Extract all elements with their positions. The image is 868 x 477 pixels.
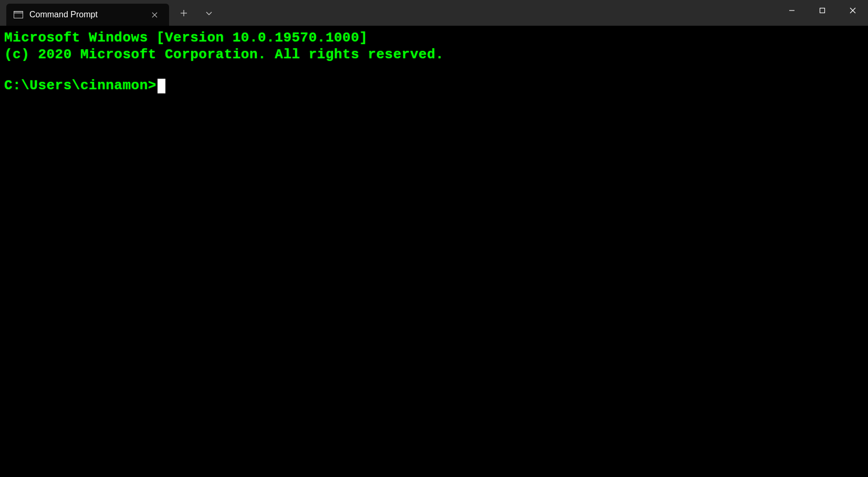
plus-icon: [180, 9, 187, 17]
chevron-down-icon: [205, 9, 213, 17]
terminal-icon: [14, 11, 23, 18]
terminal-line: (c) 2020 Microsoft Corporation. All righ…: [4, 47, 864, 63]
terminal-prompt-line: C:\Users\cinnamon>: [4, 78, 864, 94]
titlebar: Command Prompt: [0, 0, 868, 26]
tab-close-button[interactable]: [147, 7, 162, 22]
minimize-icon: [789, 7, 795, 14]
tab-dropdown-button[interactable]: [197, 0, 221, 26]
titlebar-actions: [169, 0, 221, 26]
new-tab-button[interactable]: [172, 0, 195, 26]
svg-rect-5: [820, 8, 825, 13]
tab-title: Command Prompt: [29, 10, 141, 19]
close-icon: [152, 12, 158, 18]
titlebar-drag-region[interactable]: [221, 0, 777, 26]
cursor-icon: [158, 79, 165, 93]
terminal-prompt: C:\Users\cinnamon>: [4, 78, 156, 94]
close-icon: [850, 7, 856, 14]
close-window-button[interactable]: [838, 0, 868, 21]
maximize-button[interactable]: [807, 0, 838, 21]
terminal-line: Microsoft Windows [Version 10.0.19570.10…: [4, 30, 864, 47]
minimize-button[interactable]: [777, 0, 807, 21]
terminal-output[interactable]: Microsoft Windows [Version 10.0.19570.10…: [0, 26, 868, 477]
tab-command-prompt[interactable]: Command Prompt: [6, 4, 169, 26]
window-controls: [777, 0, 868, 26]
maximize-icon: [819, 7, 825, 14]
